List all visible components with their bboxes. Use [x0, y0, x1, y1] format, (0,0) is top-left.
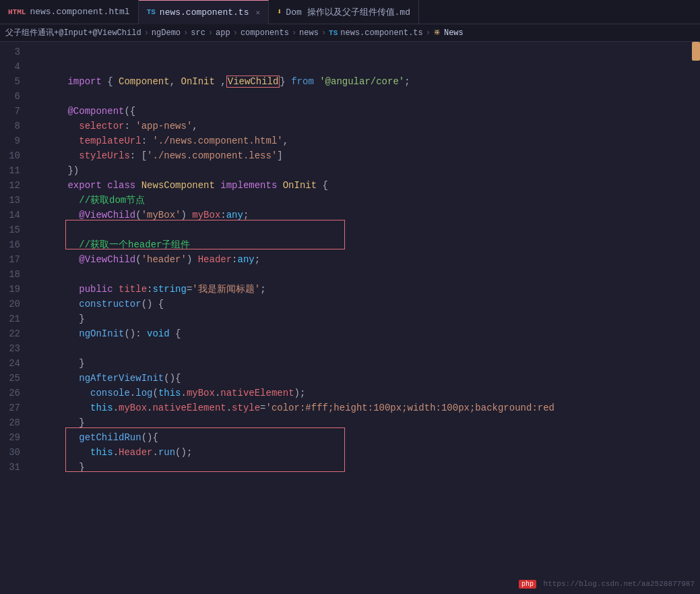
tab-html[interactable]: HTML news.component.html [0, 0, 139, 24]
code-line-9: styleUrls: ['./news.component.less'] [28, 133, 700, 148]
ln-22: 22 [5, 326, 20, 341]
sep-5: › [292, 28, 296, 38]
tab-md[interactable]: ⬇ Dom 操作以及父子组件传值.md [269, 0, 419, 24]
code-line-3 [28, 44, 700, 59]
breadcrumb-part-3: src [191, 28, 205, 38]
ln-24: 24 [5, 356, 20, 371]
ln-30: 30 [5, 445, 20, 460]
ln-16: 16 [5, 237, 20, 252]
tab-bar: HTML news.component.html TS news.compone… [0, 0, 700, 24]
ln-25: 25 [5, 371, 20, 386]
breadcrumb: 父子组件通讯+@Input+@ViewChild › ngDemo › src … [0, 24, 700, 42]
ln-14: 14 [5, 208, 20, 222]
ln-28: 28 [5, 415, 20, 430]
code-line-5 [28, 74, 700, 89]
scroll-indicator [692, 42, 700, 61]
ln-21: 21 [5, 311, 20, 326]
breadcrumb-part-1: 父子组件通讯+@Input+@ViewChild [5, 27, 141, 38]
ln-11: 11 [5, 163, 20, 178]
code-line-12: //获取dom节点 [28, 178, 700, 193]
breadcrumb-part-2: ngDemo [152, 28, 181, 38]
code-line-19: constructor() { [28, 282, 700, 297]
code-line-11: export class NewsComponent implements On… [28, 163, 700, 178]
tab-ts-close[interactable]: ✕ [255, 8, 260, 17]
code-line-21: ngOnInit(): void { [28, 311, 700, 326]
code-editor[interactable]: import { Component, OnInit ,ViewChild} f… [28, 42, 700, 594]
breadcrumb-ts-icon: TS [329, 29, 338, 37]
line-numbers: 3 4 5 6 7 8 9 10 11 12 13 14 15 16 17 18… [0, 42, 28, 594]
ln-15: 15 [5, 222, 20, 237]
code-line-28: getChildRun(){ [28, 415, 700, 430]
ln-4: 4 [5, 59, 20, 74]
sep-6: › [321, 28, 326, 38]
code-line-18: public title:string='我是新闻标题'; [28, 267, 700, 282]
ln-27: 27 [5, 400, 20, 415]
breadcrumb-part-5: components [241, 28, 289, 38]
code-line-17 [28, 252, 700, 267]
code-line-25: console.log(this.myBox.nativeElement); [28, 371, 700, 386]
ln-8: 8 [5, 119, 20, 133]
sep-1: › [144, 28, 149, 38]
ln-13: 13 [5, 193, 20, 208]
ln-10: 10 [5, 148, 20, 163]
ln-26: 26 [5, 386, 20, 400]
code-line-8: templateUrl: './news.component.html', [28, 119, 700, 133]
breadcrumb-part-7: news.component.ts [340, 28, 422, 38]
ln-12: 12 [5, 178, 20, 193]
ln-17: 17 [5, 252, 20, 267]
ln-18: 18 [5, 267, 20, 282]
ln-31: 31 [5, 460, 20, 475]
watermark: php https://blog.csdn.net/aa2528877987 [519, 580, 695, 589]
code-line-24: ngAfterViewInit(){ [28, 356, 700, 371]
code-line-29: this.Header.run(); [28, 430, 700, 445]
breadcrumb-part-8: ⛯ [433, 28, 441, 38]
watermark-url: https://blog.csdn.net/aa2528877987 [544, 580, 695, 588]
sep-7: › [426, 28, 431, 38]
ln-23: 23 [5, 341, 20, 356]
code-line-26: this.myBox.nativeElement.style='color:#f… [28, 386, 700, 400]
code-line-31 [28, 460, 700, 475]
code-line-16: @ViewChild('header') Header:any; [28, 237, 700, 252]
code-line-15: //获取一个header子组件 [28, 222, 700, 237]
watermark-logo: php [519, 580, 536, 589]
ln-5: 5 [5, 74, 20, 89]
ln-9: 9 [5, 133, 20, 148]
code-line-22 [28, 326, 700, 341]
code-line-20: } [28, 297, 700, 311]
ln-6: 6 [5, 89, 20, 104]
sep-4: › [233, 28, 238, 38]
ts-icon-active: TS [147, 8, 156, 16]
code-line-4: import { Component, OnInit ,ViewChild} f… [28, 59, 700, 74]
code-line-27: } [28, 400, 700, 415]
breadcrumb-part-4: app [216, 28, 230, 38]
code-line-14 [28, 208, 700, 222]
tab-md-label: Dom 操作以及父子组件传值.md [286, 6, 410, 18]
code-line-13: @ViewChild('myBox') myBox:any; [28, 193, 700, 208]
code-line-7: selector: 'app-news', [28, 104, 700, 119]
code-line-10: }) [28, 148, 700, 163]
breadcrumb-part-news: News [444, 28, 464, 38]
tab-html-label: news.component.html [30, 7, 129, 17]
sep-3: › [208, 28, 213, 38]
md-icon: ⬇ [277, 7, 282, 17]
code-container: 3 4 5 6 7 8 9 10 11 12 13 14 15 16 17 18… [0, 42, 700, 594]
ln-29: 29 [5, 430, 20, 445]
ln-3: 3 [5, 44, 20, 59]
tab-ts-label: news.component.ts [160, 7, 249, 18]
tab-ts[interactable]: TS news.component.ts ✕ [139, 0, 269, 24]
code-line-6: @Component({ [28, 89, 700, 104]
ln-7: 7 [5, 104, 20, 119]
ln-20: 20 [5, 297, 20, 311]
breadcrumb-part-6: news [299, 28, 319, 38]
code-line-30: } [28, 445, 700, 460]
html-icon: HTML [8, 8, 26, 16]
sep-2: › [183, 28, 188, 38]
code-line-23: } [28, 341, 700, 356]
ln-19: 19 [5, 282, 20, 297]
